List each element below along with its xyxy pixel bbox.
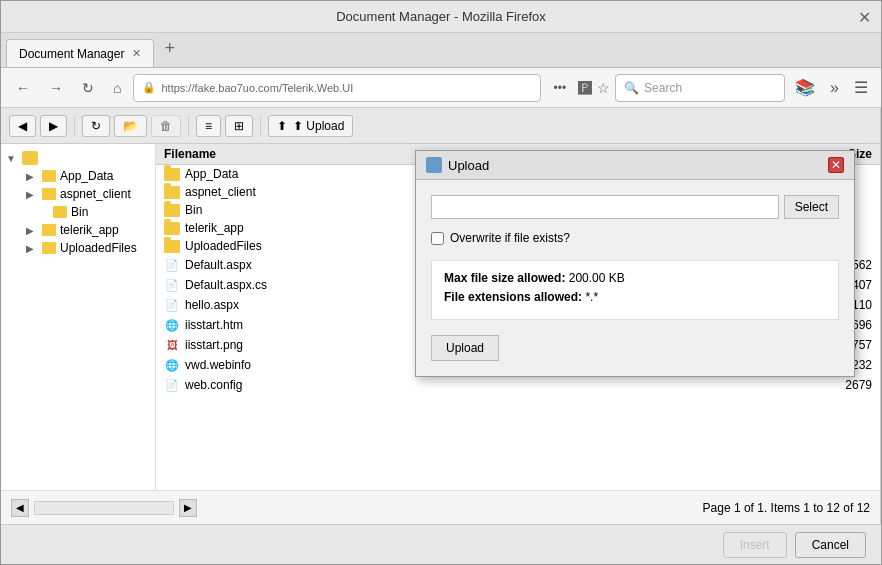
extensions-value: *.*	[585, 290, 598, 304]
webinfo-file-icon: 🌐	[164, 357, 180, 373]
insert-button[interactable]: Insert	[723, 532, 787, 558]
upload-dialog-icon	[426, 157, 442, 173]
forward-nav-button[interactable]: ▶	[40, 115, 67, 137]
tree-item-uploaded[interactable]: ▶ UploadedFiles	[26, 239, 150, 257]
tree-item-bin[interactable]: Bin	[41, 203, 150, 221]
tree-root[interactable]: ▼	[6, 149, 150, 167]
grid-view-button[interactable]: ⊞	[225, 115, 253, 137]
pagination-text: Page 1 of 1. Items 1 to 12 of 12	[703, 501, 870, 515]
scroll-right-button[interactable]: ▶	[179, 499, 197, 517]
table-row[interactable]: 📄web.config 2679	[156, 375, 880, 395]
config-file-icon: 📄	[164, 377, 180, 393]
more-button[interactable]: •••	[546, 77, 573, 99]
nav-bar: ← → ↻ ⌂ 🔒 https://fake.bao7uo.com/Teleri…	[1, 68, 881, 108]
back-nav-button[interactable]: ◀	[9, 115, 36, 137]
scroll-track[interactable]	[34, 501, 174, 515]
toolbar-separator	[74, 116, 75, 136]
uploaded-toggle[interactable]: ▶	[26, 243, 38, 254]
folder-icon	[164, 222, 180, 235]
title-bar: Document Manager - Mozilla Firefox ✕	[1, 1, 881, 33]
aspnet-toggle[interactable]: ▶	[26, 189, 38, 200]
toolbar-separator2	[188, 116, 189, 136]
select-file-button[interactable]: Select	[784, 195, 839, 219]
back-button[interactable]: ←	[9, 75, 37, 101]
dialog-close-button[interactable]: ✕	[828, 157, 844, 173]
search-icon: 🔍	[624, 81, 639, 95]
dialog-body: Select Overwrite if file exists? Max fil…	[416, 180, 854, 376]
bookmark-button[interactable]: ☆	[597, 80, 610, 96]
uploaded-folder-icon	[42, 242, 56, 254]
htm-file-icon: 🌐	[164, 317, 180, 333]
dialog-title-bar: Upload ✕	[416, 151, 854, 180]
overwrite-label: Overwrite if file exists?	[450, 231, 570, 245]
tree-item-aspnet[interactable]: ▶ aspnet_client	[26, 185, 150, 203]
aspx-file-icon: 📄	[164, 257, 180, 273]
telerik-label: telerik_app	[60, 223, 119, 237]
upload-button[interactable]: ⬆ ⬆ Upload	[268, 115, 353, 137]
file-info-box: Max file size allowed: 200.00 KB File ex…	[431, 260, 839, 320]
folder-icon	[164, 204, 180, 217]
file-input[interactable]	[431, 195, 779, 219]
tree-item-appdata[interactable]: ▶ App_Data	[26, 167, 150, 185]
window-close-button[interactable]: ✕	[858, 7, 871, 26]
telerik-toggle[interactable]: ▶	[26, 225, 38, 236]
upload-label: ⬆ Upload	[293, 119, 344, 133]
tree-root-toggle[interactable]: ▼	[6, 153, 18, 164]
do-upload-button[interactable]: Upload	[431, 335, 499, 361]
library-button[interactable]: 📚	[790, 76, 820, 99]
aspnet-folder-icon	[42, 188, 56, 200]
search-placeholder: Search	[644, 81, 682, 95]
cancel-button[interactable]: Cancel	[795, 532, 866, 558]
appdata-toggle[interactable]: ▶	[26, 171, 38, 182]
max-size-value: 200.00 KB	[569, 271, 625, 285]
search-bar[interactable]: 🔍 Search	[615, 74, 785, 102]
cs-file-icon: 📄	[164, 277, 180, 293]
browser-tab[interactable]: Document Manager ✕	[6, 39, 154, 67]
max-size-label: Max file size allowed:	[444, 271, 565, 285]
appdata-label: App_Data	[60, 169, 113, 183]
tab-close-button[interactable]: ✕	[132, 47, 141, 60]
upload-icon: ⬆	[277, 119, 287, 133]
file-manager-toolbar: ◀ ▶ ↻ 📂 🗑 ≡ ⊞ ⬆ ⬆ Upload	[1, 108, 880, 144]
file-input-row: Select	[431, 195, 839, 219]
tab-bar: Document Manager ✕ +	[1, 33, 881, 68]
new-tab-button[interactable]: +	[159, 38, 180, 59]
bottom-bar: Insert Cancel	[1, 524, 881, 564]
bin-label: Bin	[71, 205, 88, 219]
upload-dialog-overlay: Upload ✕ Select Overwrite if file exists…	[415, 150, 855, 377]
overwrite-checkbox[interactable]	[431, 232, 444, 245]
extend-button[interactable]: »	[825, 77, 844, 99]
dialog-title-text: Upload	[448, 158, 489, 173]
folder-icon	[164, 186, 180, 199]
scrollbar-area: ◀ ▶	[11, 499, 197, 517]
png-file-icon: 🖼	[164, 337, 180, 353]
toolbar-separator3	[260, 116, 261, 136]
extensions-label: File extensions allowed:	[444, 290, 582, 304]
menu-button[interactable]: ☰	[849, 76, 873, 99]
uploaded-label: UploadedFiles	[60, 241, 137, 255]
aspx2-file-icon: 📄	[164, 297, 180, 313]
window-title: Document Manager - Mozilla Firefox	[336, 9, 546, 24]
scroll-left-button[interactable]: ◀	[11, 499, 29, 517]
tree-item-telerik[interactable]: ▶ telerik_app	[26, 221, 150, 239]
folder-icon	[164, 168, 180, 181]
extensions-text: File extensions allowed: *.*	[444, 290, 826, 304]
home-button[interactable]: ⌂	[106, 75, 128, 101]
delete-button[interactable]: 🗑	[151, 115, 181, 137]
open-folder-button[interactable]: 📂	[114, 115, 147, 137]
tab-label: Document Manager	[19, 47, 124, 61]
pocket-button[interactable]: 🅿	[578, 80, 592, 96]
folder-icon	[164, 240, 180, 253]
appdata-folder-icon	[42, 170, 56, 182]
overwrite-checkbox-row: Overwrite if file exists?	[431, 231, 839, 245]
forward-button[interactable]: →	[42, 75, 70, 101]
aspnet-label: aspnet_client	[60, 187, 131, 201]
bin-folder-icon	[53, 206, 67, 218]
address-text: https://fake.bao7uo.com/Telerik.Web.UI	[161, 82, 532, 94]
pagination-bar: ◀ ▶ Page 1 of 1. Items 1 to 12 of 12	[1, 490, 880, 524]
upload-dialog: Upload ✕ Select Overwrite if file exists…	[415, 150, 855, 377]
refresh-button[interactable]: ↻	[75, 75, 101, 101]
security-icon: 🔒	[142, 81, 156, 94]
list-view-button[interactable]: ≡	[196, 115, 221, 137]
refresh-files-button[interactable]: ↻	[82, 115, 110, 137]
